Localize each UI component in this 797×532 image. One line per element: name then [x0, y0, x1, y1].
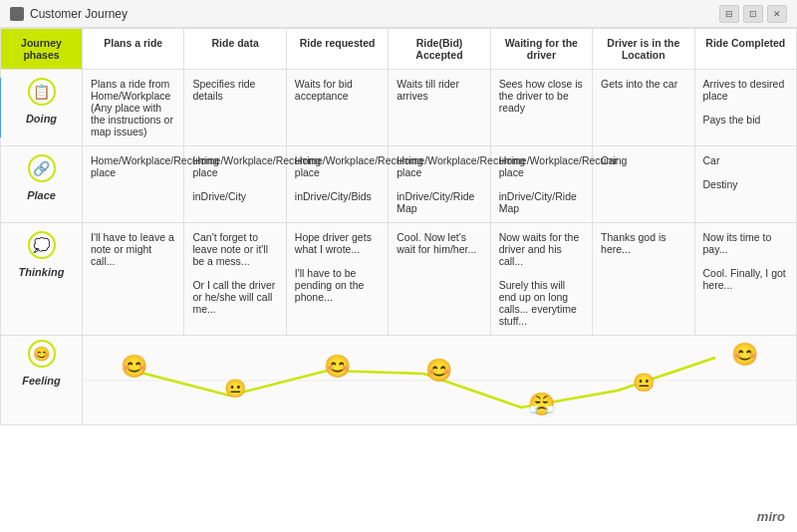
- place-cell-2: Home/Workplace/Recurring place inDrive/C…: [184, 146, 286, 223]
- doing-cell-1: Plans a ride from Home/Workplace (Any pl…: [83, 70, 184, 146]
- feeling-line-chart: [83, 336, 796, 425]
- place-cell-4: Home/Workplace/Recurring place inDrive/C…: [389, 146, 490, 223]
- app-window: Customer Journey ⊟ ⊡ ✕ Journey phases Pl…: [0, 0, 797, 532]
- doing-cell-6: Gets into the car: [593, 70, 694, 146]
- maximize-button[interactable]: ⊡: [743, 5, 763, 23]
- feeling-label: 😊 Feeling: [1, 336, 83, 425]
- thinking-cell-2: Can't forget to leave note or it'll be a…: [184, 223, 286, 336]
- place-cell-5: Home/Workplace/Recurring place inDrive/C…: [490, 146, 592, 223]
- place-cell-6: Car: [593, 146, 694, 223]
- feeling-row: 😊 Feeling: [1, 336, 797, 425]
- app-icon: [10, 7, 24, 21]
- col-header-1: Plans a ride: [83, 29, 184, 70]
- thinking-label: 💭 Thinking: [1, 223, 83, 336]
- doing-cell-2: Specifies ride details: [184, 70, 286, 146]
- doing-cell-5: Sees how close is the driver to be ready: [490, 70, 592, 146]
- col-header-7: Ride Completed: [694, 29, 796, 70]
- miro-logo: miro: [757, 509, 785, 524]
- feeling-icon: 😊: [28, 340, 56, 368]
- close-button[interactable]: ✕: [767, 5, 787, 23]
- feeling-chart-cell: 😊 😐 😊 😊: [83, 336, 797, 425]
- doing-cell-7: Arrives to desired place Pays the bid: [694, 70, 796, 146]
- thinking-cell-3: Hope driver gets what I wrote... I'll ha…: [286, 223, 388, 336]
- doing-label: 📋 Doing: [1, 70, 83, 146]
- col-header-2: Ride data: [184, 29, 286, 70]
- phase-header: Journey phases: [1, 29, 83, 70]
- doing-icon: 📋: [28, 78, 56, 106]
- place-cell-3: Home/Workplace/Recurring place inDrive/C…: [286, 146, 388, 223]
- minimize-button[interactable]: ⊟: [719, 5, 739, 23]
- col-header-3: Ride requested: [286, 29, 388, 70]
- app-title: Customer Journey: [30, 7, 128, 21]
- doing-row: 📋 Doing Plans a ride from Home/Workplace…: [1, 70, 797, 146]
- place-cell-1: Home/Workplace/Recurring place: [83, 146, 184, 223]
- place-cell-7: Car Destiny: [694, 146, 796, 223]
- place-row: 🔗 Place Home/Workplace/Recurring place H…: [1, 146, 797, 223]
- journey-table: Journey phases Plans a ride Ride data Ri…: [0, 28, 797, 425]
- thinking-cell-1: I'll have to leave a note or might call.…: [83, 223, 184, 336]
- col-header-6: Driver is in the Location: [593, 29, 694, 70]
- thinking-icon: 💭: [28, 231, 56, 259]
- col-header-4: Ride(Bid) Accepted: [389, 29, 490, 70]
- canvas: Journey phases Plans a ride Ride data Ri…: [0, 28, 797, 532]
- place-label: 🔗 Place: [1, 146, 83, 223]
- thinking-cell-6: Thanks god is here...: [593, 223, 694, 336]
- thinking-cell-7: Now its time to pay... Cool. Finally, I …: [694, 223, 796, 336]
- thinking-row: 💭 Thinking I'll have to leave a note or …: [1, 223, 797, 336]
- titlebar: Customer Journey ⊟ ⊡ ✕: [0, 0, 797, 28]
- place-icon: 🔗: [28, 154, 56, 182]
- thinking-cell-4: Cool. Now let's wait for him/her...: [389, 223, 490, 336]
- col-header-5: Waiting for the driver: [490, 29, 592, 70]
- doing-cell-3: Waits for bid acceptance: [286, 70, 388, 146]
- window-controls: ⊟ ⊡ ✕: [719, 5, 787, 23]
- doing-cell-4: Waits till rider arrives: [389, 70, 490, 146]
- thinking-cell-5: Now waits for the driver and his call...…: [490, 223, 592, 336]
